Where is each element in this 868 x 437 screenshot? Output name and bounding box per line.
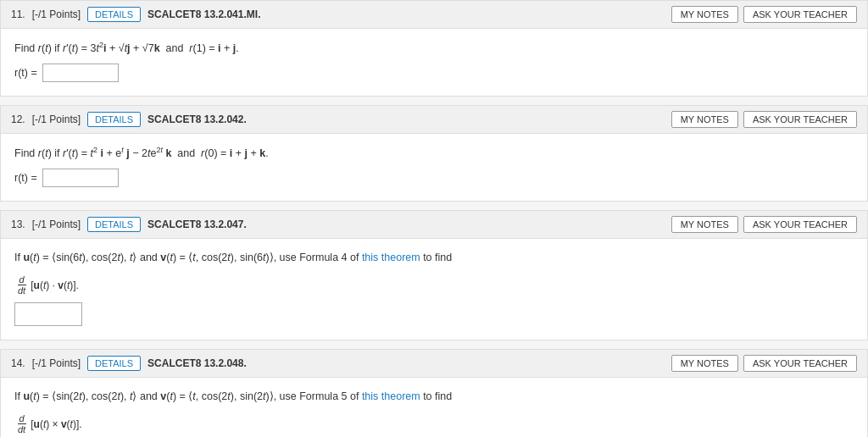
problem-11: 11. [-/1 Points] DETAILS SCALCET8 13.2.0… bbox=[0, 0, 868, 97]
problem-13-points: [-/1 Points] bbox=[32, 218, 81, 230]
problem-12-details-btn[interactable]: DETAILS bbox=[87, 112, 141, 127]
problem-14-code: SCALCET8 13.2.048. bbox=[147, 357, 247, 369]
problem-13-formula: d dt [u(t) · v(t)]. bbox=[14, 273, 854, 296]
problem-13-header-left: 13. [-/1 Points] DETAILS SCALCET8 13.2.0… bbox=[11, 217, 247, 232]
problem-11-answer-input[interactable] bbox=[42, 64, 119, 82]
problem-12-number: 12. bbox=[11, 113, 25, 125]
problem-14-body: If u(t) = ⟨sin(2t), cos(2t), t⟩ and v(t)… bbox=[1, 378, 867, 437]
problem-13-header: 13. [-/1 Points] DETAILS SCALCET8 13.2.0… bbox=[1, 211, 867, 239]
problem-14-my-notes-btn[interactable]: MY NOTES bbox=[671, 355, 738, 372]
problem-12-points: [-/1 Points] bbox=[32, 113, 81, 125]
problem-14-header: 14. [-/1 Points] DETAILS SCALCET8 13.2.0… bbox=[1, 350, 867, 378]
problem-11-ask-teacher-btn[interactable]: ASK YOUR TEACHER bbox=[743, 6, 857, 23]
problem-13-body: If u(t) = ⟨sin(6t), cos(2t), t⟩ and v(t)… bbox=[1, 239, 867, 340]
problem-13-number: 13. bbox=[11, 218, 25, 230]
problem-12-ask-teacher-btn[interactable]: ASK YOUR TEACHER bbox=[743, 111, 857, 128]
problem-12-my-notes-btn[interactable]: MY NOTES bbox=[671, 111, 738, 128]
problem-11-text: Find r(t) if r′(t) = 3t2i + √tj + √7k an… bbox=[14, 39, 854, 57]
problem-13-answer-input[interactable] bbox=[14, 302, 82, 326]
problem-13-details-btn[interactable]: DETAILS bbox=[87, 217, 141, 232]
problem-11-answer-label: r(t) = bbox=[14, 67, 37, 79]
theorem-link-14[interactable]: this theorem bbox=[362, 390, 420, 402]
problem-12-text: Find r(t) if r′(t) = t2 i + et j − 2te2t… bbox=[14, 144, 854, 162]
problem-14-points: [-/1 Points] bbox=[32, 357, 81, 369]
problem-12-header-buttons: MY NOTES ASK YOUR TEACHER bbox=[671, 111, 857, 128]
problem-14-number: 14. bbox=[11, 357, 25, 369]
problem-11-my-notes-btn[interactable]: MY NOTES bbox=[671, 6, 738, 23]
problem-11-points: [-/1 Points] bbox=[32, 8, 81, 20]
problem-12-answer-label: r(t) = bbox=[14, 172, 37, 184]
problem-11-details-btn[interactable]: DETAILS bbox=[87, 7, 141, 22]
math-r: r bbox=[38, 42, 42, 54]
problem-14-details-btn[interactable]: DETAILS bbox=[87, 356, 141, 371]
problem-13-my-notes-btn[interactable]: MY NOTES bbox=[671, 216, 738, 233]
problem-12-answer-row: r(t) = bbox=[14, 169, 854, 187]
problem-11-body: Find r(t) if r′(t) = 3t2i + √tj + √7k an… bbox=[1, 29, 867, 96]
problem-14-header-left: 14. [-/1 Points] DETAILS SCALCET8 13.2.0… bbox=[11, 356, 247, 371]
problem-12-header-left: 12. [-/1 Points] DETAILS SCALCET8 13.2.0… bbox=[11, 112, 247, 127]
problem-12-body: Find r(t) if r′(t) = t2 i + et j − 2te2t… bbox=[1, 134, 867, 201]
problem-13-code: SCALCET8 13.2.047. bbox=[147, 218, 247, 230]
problem-13-ask-teacher-btn[interactable]: ASK YOUR TEACHER bbox=[743, 216, 857, 233]
problem-14-header-buttons: MY NOTES ASK YOUR TEACHER bbox=[671, 355, 857, 372]
problem-11-number: 11. bbox=[11, 8, 25, 20]
problem-13-text: If u(t) = ⟨sin(6t), cos(2t), t⟩ and v(t)… bbox=[14, 249, 854, 266]
problem-14-ask-teacher-btn[interactable]: ASK YOUR TEACHER bbox=[743, 355, 857, 372]
problem-11-header-left: 11. [-/1 Points] DETAILS SCALCET8 13.2.0… bbox=[11, 7, 260, 22]
problem-13-answer-area bbox=[14, 302, 854, 326]
problem-13-header-buttons: MY NOTES ASK YOUR TEACHER bbox=[671, 216, 857, 233]
problem-13: 13. [-/1 Points] DETAILS SCALCET8 13.2.0… bbox=[0, 210, 868, 340]
problem-14: 14. [-/1 Points] DETAILS SCALCET8 13.2.0… bbox=[0, 349, 868, 437]
problem-11-header: 11. [-/1 Points] DETAILS SCALCET8 13.2.0… bbox=[1, 1, 867, 29]
problem-12-header: 12. [-/1 Points] DETAILS SCALCET8 13.2.0… bbox=[1, 106, 867, 134]
theorem-link-13[interactable]: this theorem bbox=[362, 252, 420, 263]
problem-11-code: SCALCET8 13.2.041.MI. bbox=[147, 8, 260, 20]
problem-12: 12. [-/1 Points] DETAILS SCALCET8 13.2.0… bbox=[0, 105, 868, 202]
problem-12-answer-input[interactable] bbox=[42, 169, 119, 187]
problem-14-formula: d dt [u(t) × v(t)]. bbox=[14, 412, 854, 434]
problem-12-code: SCALCET8 13.2.042. bbox=[147, 113, 247, 125]
problem-11-answer-row: r(t) = bbox=[14, 64, 854, 82]
problem-14-text: If u(t) = ⟨sin(2t), cos(2t), t⟩ and v(t)… bbox=[14, 388, 854, 405]
problem-11-header-buttons: MY NOTES ASK YOUR TEACHER bbox=[671, 6, 857, 23]
